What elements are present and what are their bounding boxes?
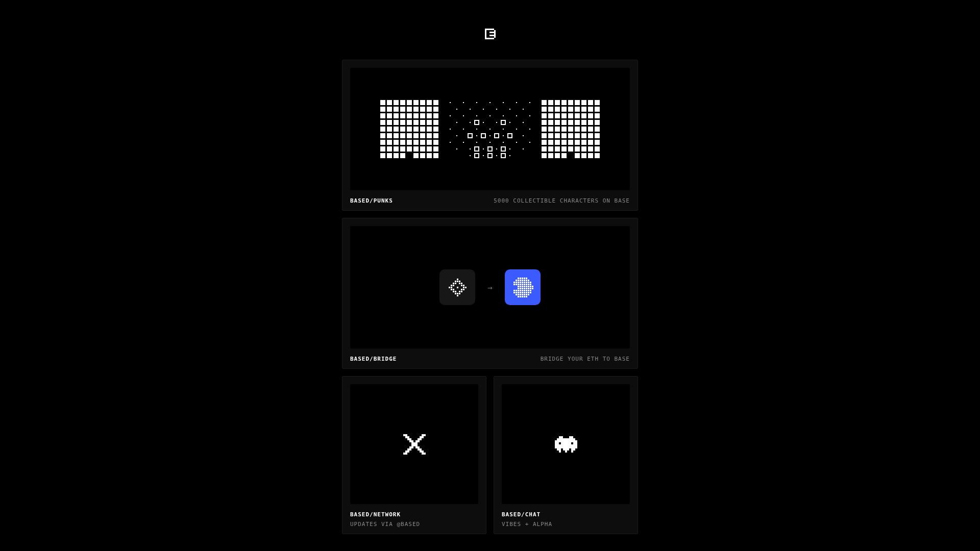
alien-icon [553, 436, 579, 453]
card-chat[interactable]: BASED/CHAT VIBES + ALPHA [494, 376, 638, 534]
punks-block-left-icon [380, 100, 438, 158]
card-grid: BASED/PUNKS 5000 COLLECTIBLE CHARACTERS … [342, 60, 638, 534]
bridge-eth-icon [439, 269, 475, 305]
card-chat-title: BASED/CHAT [502, 511, 541, 518]
card-chat-subtitle: VIBES + ALPHA [502, 521, 552, 528]
card-network[interactable]: BASED/NETWORK UPDATES VIA @BASED [342, 376, 486, 534]
card-punks-subtitle: 5000 COLLECTIBLE CHARACTERS ON BASE [494, 197, 630, 204]
card-network-subtitle: UPDATES VIA @BASED [350, 521, 420, 528]
arrow-right-icon: → [487, 283, 493, 292]
card-chat-artwork [502, 384, 630, 504]
card-network-title: BASED/NETWORK [350, 511, 401, 518]
card-punks[interactable]: BASED/PUNKS 5000 COLLECTIBLE CHARACTERS … [342, 60, 638, 211]
header [0, 0, 980, 60]
card-bridge-subtitle: BRIDGE YOUR ETH TO BASE [541, 356, 630, 362]
card-bridge[interactable]: → BASED/BRIDGE BRIDGE YOUR ETH TO BASE [342, 218, 638, 369]
card-network-artwork [350, 384, 478, 504]
card-bridge-artwork: → [350, 226, 630, 348]
card-bridge-title: BASED/BRIDGE [350, 356, 397, 362]
x-icon [403, 434, 426, 455]
card-punks-artwork [350, 68, 630, 190]
card-punks-title: BASED/PUNKS [350, 197, 393, 204]
bridge-base-icon [505, 269, 541, 305]
brand-logo-icon [485, 29, 496, 39]
punks-block-center-icon [448, 100, 532, 158]
punks-block-right-icon [542, 100, 600, 158]
